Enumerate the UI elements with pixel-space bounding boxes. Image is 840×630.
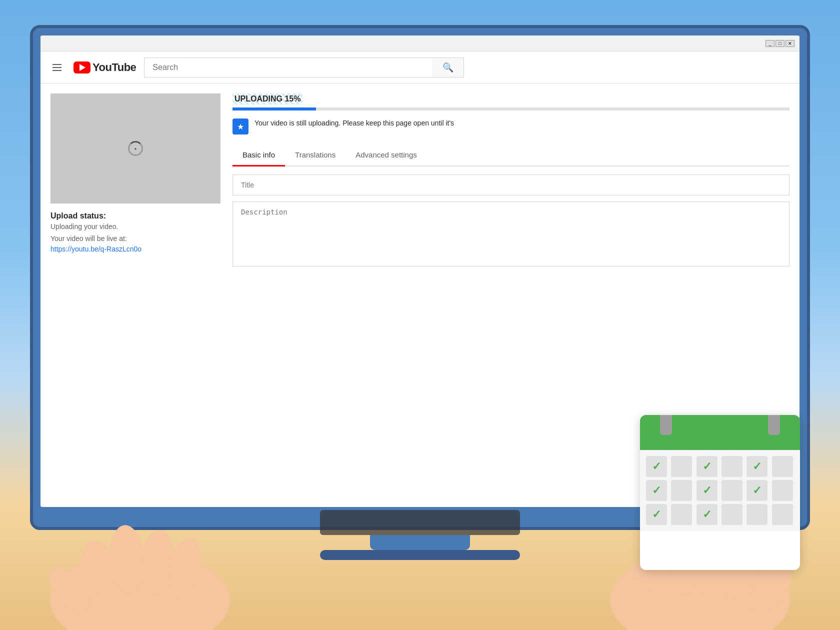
notification-star-icon: ★ [232, 118, 248, 134]
video-live-link[interactable]: https://youtu.be/q-RaszLcn0o [50, 245, 142, 253]
hamburger-menu-button[interactable] [48, 60, 66, 75]
search-container: 🔍 [144, 58, 464, 78]
scene: _ □ ✕ YouTube [0, 0, 840, 630]
calendar-cell [746, 504, 768, 525]
calendar-cell [696, 504, 718, 525]
calendar-cell [671, 504, 692, 525]
calendar-grid [640, 450, 800, 531]
search-button[interactable]: 🔍 [432, 58, 464, 78]
youtube-logo-text: YouTube [92, 61, 136, 74]
notification-text: Your video is still uploading. Please ke… [254, 118, 454, 128]
close-button[interactable]: ✕ [786, 40, 794, 47]
upload-notification: ★ Your video is still uploading. Please … [232, 118, 790, 134]
progress-bar-fill [232, 108, 316, 110]
description-textarea[interactable] [232, 202, 790, 266]
calendar-cell [772, 480, 793, 501]
calendar-cell [696, 456, 718, 477]
search-input[interactable] [144, 58, 432, 78]
tab-advanced-settings[interactable]: Advanced settings [346, 144, 427, 166]
calendar-cell [722, 456, 742, 477]
calendar-cell [722, 480, 742, 501]
upload-progress-container: UPLOADING 15% [232, 94, 790, 110]
left-panel: Upload status: Uploading your video. You… [50, 94, 220, 496]
calendar-cell [646, 480, 667, 501]
tab-translations[interactable]: Translations [285, 144, 346, 166]
left-hand-illustration [40, 490, 290, 630]
calendar-knob-right [768, 415, 780, 435]
calendar-cell [646, 504, 667, 525]
calendar-cell [772, 504, 793, 525]
youtube-logo[interactable]: YouTube [74, 61, 136, 74]
calendar-cell [671, 480, 692, 501]
calendar-cell [671, 456, 692, 477]
youtube-header: YouTube 🔍 [40, 52, 800, 84]
search-icon: 🔍 [442, 62, 454, 73]
upload-status-text: Uploading your video. [50, 222, 220, 230]
loading-spinner-icon [128, 141, 143, 156]
maximize-button[interactable]: □ [776, 40, 784, 47]
upload-status-label: Upload status: [50, 212, 220, 220]
tab-basic-info[interactable]: Basic info [232, 144, 285, 166]
minimize-button[interactable]: _ [766, 40, 774, 47]
hamburger-line [52, 67, 62, 68]
upload-status-section: Upload status: Uploading your video. You… [50, 212, 220, 254]
video-thumbnail [50, 94, 220, 204]
calendar-knob-left [660, 415, 672, 435]
calendar-cell [772, 456, 793, 477]
calendar-header [640, 415, 800, 450]
calendar-cell [696, 480, 718, 501]
hamburger-line [52, 70, 62, 71]
window-chrome: _ □ ✕ [40, 36, 800, 52]
hamburger-line [52, 64, 62, 65]
calendar-cell [746, 456, 768, 477]
play-triangle-icon [80, 64, 86, 71]
calendar-widget [640, 415, 800, 570]
upload-progress-label: UPLOADING 15% [232, 94, 302, 104]
youtube-logo-icon [74, 62, 90, 74]
upload-live-text: Your video will be live at: [50, 234, 220, 242]
progress-bar-background [232, 108, 790, 110]
calendar-cell [722, 504, 742, 525]
title-input[interactable] [232, 174, 790, 196]
calendar-cell [746, 480, 768, 501]
calendar-cell [646, 456, 667, 477]
tabs-container: Basic info Translations Advanced setting… [232, 144, 790, 166]
